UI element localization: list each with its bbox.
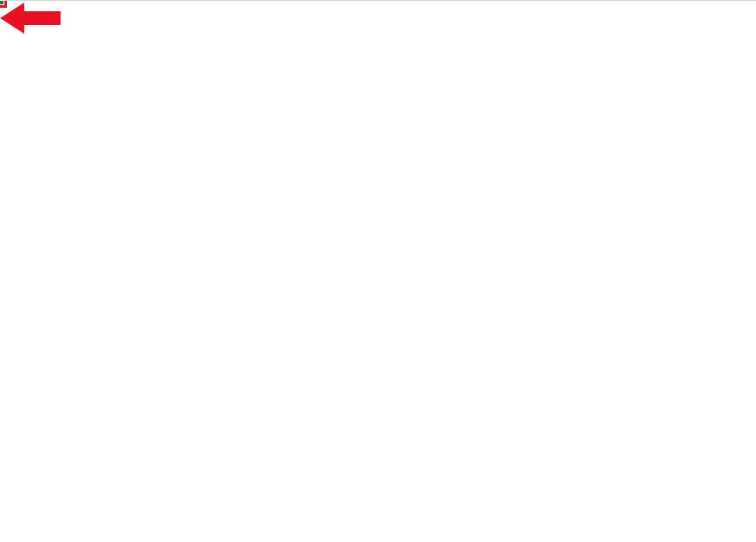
selected-cell-outline <box>0 1 3 4</box>
svg-marker-0 <box>0 3 61 34</box>
spreadsheet-grid[interactable] <box>0 0 756 1</box>
column-highlight-annotation <box>0 1 7 8</box>
callout-arrow-icon <box>0 1 61 35</box>
